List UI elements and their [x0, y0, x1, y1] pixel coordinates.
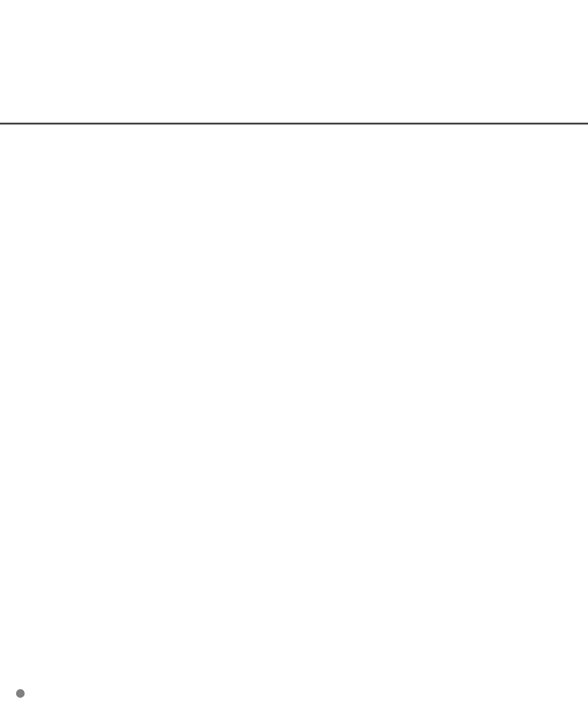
bullet-dot-icon — [16, 689, 25, 698]
horizontal-divider — [0, 123, 588, 125]
